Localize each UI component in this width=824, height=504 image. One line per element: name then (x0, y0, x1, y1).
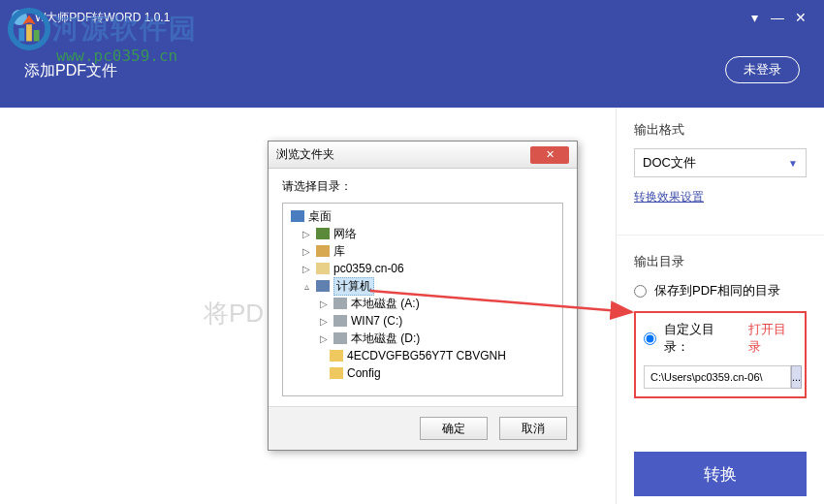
expand-icon[interactable]: ▷ (301, 264, 312, 274)
folder-icon (330, 367, 343, 379)
open-dir-link[interactable]: 打开目录 (748, 321, 797, 356)
dialog-prompt: 请选择目录： (282, 178, 563, 195)
menu-icon[interactable]: ▾ (743, 10, 766, 25)
tree-disk-a[interactable]: ▷本地磁盘 (A:) (287, 295, 558, 312)
radio-same-input[interactable] (634, 285, 647, 298)
tree-folder-1[interactable]: 4ECDVGFBG56Y7T CBVGNH (287, 347, 558, 364)
browse-button[interactable]: ... (791, 365, 802, 389)
network-icon (316, 228, 330, 239)
tree-computer[interactable]: ▵计算机 (287, 277, 558, 295)
desktop-icon (291, 210, 304, 222)
tree-user[interactable]: ▷pc0359.cn-06 (287, 260, 558, 277)
dialog-title-text: 浏览文件夹 (276, 146, 530, 163)
output-path-input[interactable] (644, 365, 791, 389)
computer-icon (316, 280, 330, 292)
divider (617, 235, 824, 236)
titlebar: W大师PDF转WORD 1.0.1 ▾ — ✕ (0, 0, 824, 35)
expand-icon[interactable]: ▷ (318, 333, 330, 344)
expand-icon[interactable]: ▷ (301, 246, 312, 257)
convert-button[interactable]: 转换 (634, 452, 807, 496)
expand-icon[interactable]: ▷ (318, 316, 330, 327)
browse-folder-dialog: 浏览文件夹 ✕ 请选择目录： 桌面 ▷网络 ▷库 ▷pc0359.cn-06 ▵… (268, 141, 578, 451)
expand-icon[interactable]: ▷ (301, 229, 312, 239)
custom-dir-box: 自定义目录： 打开目录 ... (634, 311, 807, 398)
tree-disk-c[interactable]: ▷WIN7 (C:) (287, 312, 558, 330)
expand-icon[interactable]: ▷ (318, 299, 330, 309)
disk-icon (333, 332, 347, 344)
tree-desktop[interactable]: 桌面 (287, 207, 558, 225)
close-icon[interactable]: ✕ (789, 10, 812, 25)
disk-icon (333, 315, 347, 327)
drop-hint-text: 将PD (204, 297, 264, 331)
output-format-select[interactable]: DOC文件 ▼ (634, 148, 807, 177)
minimize-icon[interactable]: — (766, 10, 789, 25)
folder-tree[interactable]: 桌面 ▷网络 ▷库 ▷pc0359.cn-06 ▵计算机 ▷本地磁盘 (A:) … (282, 203, 563, 396)
chevron-down-icon: ▼ (788, 158, 798, 169)
format-value: DOC文件 (643, 154, 696, 172)
radio-same-dir[interactable]: 保存到PDF相同的目录 (634, 282, 807, 299)
add-pdf-button[interactable]: 添加PDF文件 (24, 61, 117, 81)
login-button[interactable]: 未登录 (725, 56, 800, 83)
dialog-titlebar[interactable]: 浏览文件夹 ✕ (269, 142, 577, 169)
tree-network[interactable]: ▷网络 (287, 225, 558, 242)
output-dir-label: 输出目录 (634, 253, 807, 270)
app-title: W大师PDF转WORD 1.0.1 (35, 10, 743, 26)
user-icon (316, 263, 330, 274)
settings-panel: 输出格式 DOC文件 ▼ 转换效果设置 输出目录 保存到PDF相同的目录 自定义… (616, 108, 824, 504)
ok-button[interactable]: 确定 (420, 417, 488, 440)
dialog-close-button[interactable]: ✕ (530, 146, 569, 164)
header-bar: 添加PDF文件 未登录 (0, 35, 824, 108)
dialog-footer: 确定 取消 (269, 406, 577, 450)
tree-folder-2[interactable]: Config (287, 364, 558, 382)
folder-icon (330, 350, 343, 362)
collapse-icon[interactable]: ▵ (301, 281, 312, 292)
app-logo-icon (12, 10, 27, 25)
effect-settings-link[interactable]: 转换效果设置 (634, 190, 704, 204)
tree-library[interactable]: ▷库 (287, 242, 558, 260)
radio-custom-input[interactable] (644, 332, 656, 345)
disk-icon (333, 298, 347, 309)
cancel-button[interactable]: 取消 (499, 417, 567, 440)
radio-custom-dir[interactable]: 自定义目录： 打开目录 (644, 321, 797, 356)
output-format-label: 输出格式 (634, 121, 807, 139)
tree-disk-d[interactable]: ▷本地磁盘 (D:) (287, 330, 558, 347)
library-icon (316, 245, 330, 257)
